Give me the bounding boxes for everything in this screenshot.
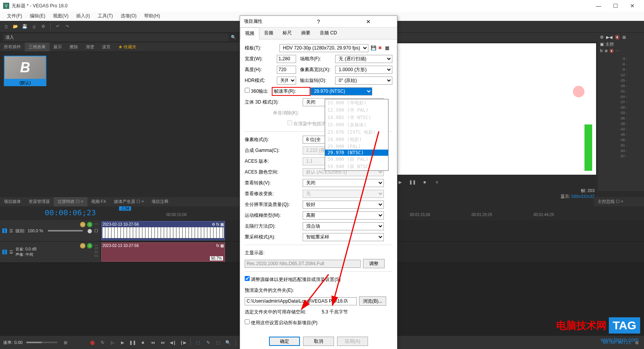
view-select[interactable]: 关闭 [303,179,384,187]
minimize-button[interactable]: — [590,0,607,11]
audio-track-header[interactable]: 2 ☰ 音量: 0.0 dB 声像: 中间 183654 M S ⋯ [0,242,101,262]
blur-select[interactable]: 高斯 [303,211,384,220]
go-end-icon[interactable]: ⏭ [158,338,167,347]
browse-button[interactable]: 浏览(B)... [359,296,386,306]
close-icon[interactable]: ✕ [343,19,393,25]
pause-icon[interactable]: ❚❚ [128,338,137,347]
quality-select[interactable]: 较好 [303,201,384,209]
prev-icon[interactable]: ▶◀ [606,35,612,40]
menu-view[interactable]: 视图(V) [49,12,72,21]
help-icon[interactable]: ? [294,19,344,25]
tab-audio[interactable]: 音频 [259,27,278,39]
save-icon[interactable]: 💾 [21,23,29,31]
transition-preset[interactable]: B (默认) [4,56,46,86]
tab-display[interactable]: 展示 [49,43,66,51]
tab-3d[interactable]: 三维效果 [25,43,49,51]
tab-transitions[interactable]: 过渡特效 ☐ × [54,197,87,206]
search-icon[interactable]: 🔍 [231,35,236,40]
new-icon[interactable]: 🗋 [2,23,10,31]
tab-all-plugins[interactable]: 所有插件 [0,43,25,51]
width-input[interactable] [277,55,296,63]
search-input[interactable] [3,34,228,41]
mute-icon[interactable]: M [80,222,85,227]
output-360-checkbox[interactable]: 360输出 [245,88,268,95]
play-start-icon[interactable]: ▷ [108,338,117,347]
stop-icon[interactable]: ■ [421,178,429,186]
zoom-tool-icon[interactable]: 🔍 [224,338,232,347]
fps-option[interactable]: 24.000 (电影) [325,136,388,143]
go-start-icon[interactable]: ⏮ [148,338,157,347]
tab-notes[interactable]: 项目注释 [148,197,172,206]
fps-option[interactable]: 23.976 (IVTC 电影) [325,129,388,136]
fps-option-selected[interactable]: 29.970 (NTSC) [325,150,388,156]
video-clip[interactable]: 2023-02-13 10-27-56⚙ fx ▦ [101,221,225,240]
tab-audio-cd[interactable]: 音频 CD [315,27,342,39]
tab-video[interactable]: 视频 [240,27,259,39]
hdr-select[interactable]: 关闭 [277,77,296,85]
select-tool-icon[interactable]: ⬚ [214,338,222,347]
tab-ruler[interactable]: 标尺 [278,27,296,39]
menu-icon[interactable]: ≡ [433,178,441,186]
envelope-tool-icon[interactable]: ✎ [204,338,212,347]
tab-favorites[interactable]: ★ 收藏夹 [114,43,140,51]
match-media-icon[interactable]: ▦ [385,45,389,51]
tab-wipe[interactable]: 擦除 [66,43,82,51]
fps-option[interactable]: 12.000 (半电影) [325,99,388,107]
tab-project-media[interactable]: 项目媒体 [0,197,25,206]
solo-icon[interactable]: 🔇 [609,49,614,53]
menu-tools[interactable]: 工具(T) [94,12,117,21]
maximize-button[interactable]: ☐ [607,0,624,11]
layout-icon[interactable]: ⊞ [61,338,70,347]
more-icon[interactable]: ⋯ [94,243,98,249]
pause-icon[interactable]: ❚❚ [408,178,417,186]
next-frame-icon[interactable]: ❙▶ [179,338,187,347]
menu-options[interactable]: 选项(O) [117,12,140,21]
redo-icon[interactable]: ↷ [63,23,71,31]
close-button[interactable]: ✕ [624,0,641,11]
fps-option[interactable]: 25.000 (PAL) [325,143,388,150]
fps-option[interactable]: 12.500 (半 PAL) [325,107,388,114]
fps-option[interactable]: 15.000 (多媒体) [325,121,388,129]
menu-insert[interactable]: 插入(I) [72,12,94,21]
cancel-button[interactable]: 取消 [303,337,334,346]
tab-master-bus[interactable]: 主控总线 ☐ × [594,197,644,206]
tab-video-fx[interactable]: 视频 FX [87,197,110,206]
framerate-select[interactable]: 29.970 (NTSC) [310,87,372,95]
deint-select[interactable]: 混合场 [303,222,384,230]
loop-icon[interactable]: ↻ [98,338,107,347]
default-settings-checkbox[interactable]: 使用这些设置启动所有新项目(P) [245,319,317,326]
menu-edit[interactable]: 编辑(E) [26,12,49,21]
par-select[interactable]: 1.0000 (方形) [335,66,392,74]
solo-icon[interactable]: S [87,243,92,249]
fx-icon[interactable]: fx [600,49,603,53]
fps-option[interactable]: 50.000 (双 PAL) [325,156,388,163]
menu-file[interactable]: 文件(F) [3,12,26,21]
tab-gradient[interactable]: 渐变 [82,43,98,51]
mute-icon[interactable]: M [80,243,85,249]
adjust-media-checkbox[interactable]: 调整源媒体以更好地匹配项目或渲染设置(S) [245,276,341,283]
gear-icon[interactable]: ⚙ [600,35,604,40]
render-icon[interactable]: ⎙ [30,23,38,31]
template-select[interactable]: HDV 720-30p (1280x720, 29.970 fps) [279,44,368,52]
tab-explorer[interactable]: 资源管理器 [25,197,54,206]
solo-icon[interactable]: S [87,222,92,227]
delete-template-icon[interactable]: ✖ [378,45,382,51]
folder-input[interactable] [245,297,357,305]
loop-marker[interactable]: -1:04 [119,206,131,211]
rotation-select[interactable]: 0° (原始) [335,77,392,85]
adjust-button[interactable]: 调整 [363,259,385,268]
menu-help[interactable]: 帮助(H) [140,12,164,21]
tab-page[interactable]: 滚页 [98,43,114,51]
save-template-icon[interactable]: 💾 [371,45,377,51]
mute-icon[interactable]: 🔇 [615,35,620,40]
fader-icon[interactable]: ⊞ [622,35,626,40]
undo-icon[interactable]: ↶ [54,23,61,31]
framerate-dropdown-list[interactable]: 12.000 (半电影) 12.500 (半 PAL) 14.985 (半 NT… [325,99,388,171]
more-icon[interactable]: ⋯ [94,222,98,227]
properties-icon[interactable]: ⚙ [39,23,47,31]
play-icon[interactable]: ▶ [118,338,127,347]
rec-icon[interactable]: ⬤ [88,338,97,347]
edit-tool-icon[interactable]: ⬚ [194,338,202,347]
video-track-header[interactable]: 1 ☰ 级别: 100.0 % ⬤☐ M S ⋯ [0,220,101,241]
prev-frame-icon[interactable]: ◀❙ [169,338,177,347]
